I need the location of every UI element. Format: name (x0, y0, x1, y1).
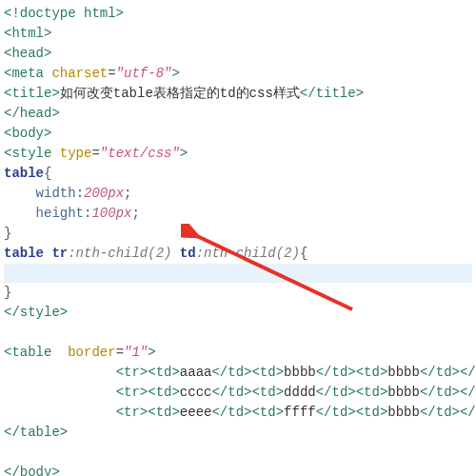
line-head-open: <head> (4, 44, 472, 64)
line-brace-close1: } (4, 224, 472, 244)
line-html-open: <html> (4, 24, 472, 44)
line-head-close: </head> (4, 104, 472, 124)
doctype: <!doctype html> (4, 6, 124, 21)
line-height: height:100px; (4, 204, 472, 224)
line-style-open: <style type="text/css"> (4, 144, 472, 164)
title-text: 如何改变table表格指定的td的css样式 (60, 86, 300, 101)
line-meta: <meta charset="utf-8"> (4, 64, 472, 84)
line-body-close: </body> (4, 463, 472, 476)
line-doctype: <!doctype html> (4, 4, 472, 24)
line-selector-nthchild: table tr:nth-child(2) td:nth-child(2){ (4, 244, 472, 264)
line-brace-close2: } (4, 283, 472, 303)
highlighted-line (4, 264, 472, 283)
line-body-open: <body> (4, 124, 472, 144)
line-table-close: </table> (4, 423, 472, 443)
blank-line (4, 323, 472, 343)
line-table-open: <table border="1"> (4, 343, 472, 363)
code-block: <!doctype html> <html> <head> <meta char… (4, 4, 472, 476)
line-title: <title>如何改变table表格指定的td的css样式</title> (4, 84, 472, 104)
line-width: width:200px; (4, 184, 472, 204)
line-style-close: </style> (4, 303, 472, 323)
table-row-3: <tr><td>eeee</td><td>ffff</td><td>bbbb</… (4, 403, 472, 423)
table-row-2: <tr><td>cccc</td><td>dddd</td><td>bbbb</… (4, 383, 472, 403)
line-selector-table: table{ (4, 164, 472, 184)
table-row-1: <tr><td>aaaa</td><td>bbbb</td><td>bbbb</… (4, 363, 472, 383)
blank-line-2 (4, 443, 472, 463)
